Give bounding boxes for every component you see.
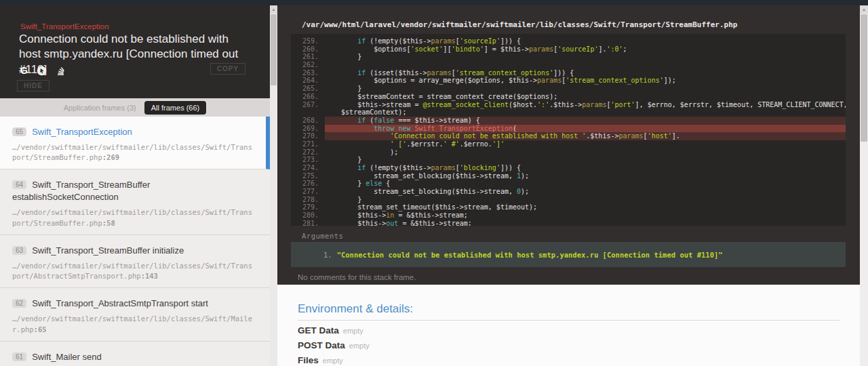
detail-label: POST Data xyxy=(298,340,345,350)
frame-comments: No comments for this stack frame. xyxy=(298,273,416,281)
frame-number-badge: 65 xyxy=(12,127,26,136)
code-line: 262. xyxy=(291,61,846,69)
code-line: 271. ' ['.$errstr.' #'.$errno.']' xyxy=(291,140,846,148)
line-number: 267. xyxy=(291,101,325,109)
line-code: 'Connection could not be established wit… xyxy=(325,132,846,140)
code-line: 277. stream_set_blocking($this->stream, … xyxy=(291,188,846,196)
line-number: 271. xyxy=(291,140,325,148)
detail-label: GET Data xyxy=(298,325,339,336)
right-scrollbar[interactable]: ▲ xyxy=(860,5,868,366)
stack-frame-item[interactable]: 61Swift_Mailer send…/vendor/laravel/fram… xyxy=(0,342,270,366)
line-code: } xyxy=(325,156,846,164)
right-scrollbar-thumb[interactable] xyxy=(861,14,867,142)
frame-header: 61Swift_Mailer send xyxy=(12,350,256,363)
frame-header: 62Swift_Transport_AbstractSmtpTransport … xyxy=(12,297,256,309)
line-code: } else { xyxy=(325,180,846,188)
tab-application-frames[interactable]: Application frames (3) xyxy=(64,104,136,112)
stack-frame-item[interactable]: 64Swift_Transport_StreamBuffer establish… xyxy=(0,169,270,235)
frame-title: Swift_Transport_AbstractSmtpTransport st… xyxy=(32,298,208,308)
line-code: stream_set_timeout($this->stream, $timeo… xyxy=(325,203,846,211)
line-code: } xyxy=(325,196,846,204)
frame-file-path: …/vendor/swiftmailer/swiftmailer/lib/cla… xyxy=(12,314,256,334)
google-search-icon[interactable]: G xyxy=(20,66,28,76)
line-code: ' ['.$errstr.' #'.$errno.']' xyxy=(325,140,846,148)
line-number: 277. xyxy=(291,188,325,196)
frames-tab-bar: Application frames (3) All frames (66) xyxy=(0,98,270,117)
line-code: stream_set_blocking($this->stream, 1); xyxy=(325,172,846,180)
left-panel: Swift_TransportException Connection coul… xyxy=(0,5,277,366)
frame-title: Swift_Transport_StreamBuffer initialize xyxy=(32,245,184,256)
code-line: 275. stream_set_blocking($this->stream, … xyxy=(291,172,846,180)
stack-frames-list: 65Swift_TransportException…/vendor/swift… xyxy=(0,117,270,366)
frame-number-badge: 63 xyxy=(12,246,26,255)
code-line: 280. $this->in = &$this->stream; xyxy=(291,211,846,220)
line-number: 269. xyxy=(291,125,325,133)
code-line: 261. } xyxy=(291,53,846,61)
frame-file-path: …/vendor/swiftmailer/swiftmailer/lib/cla… xyxy=(12,142,252,163)
line-number: 260. xyxy=(291,45,325,54)
code-line: 266. $streamContext = stream_context_cre… xyxy=(291,93,846,101)
stackoverflow-icon[interactable] xyxy=(56,66,66,76)
line-number: 265. xyxy=(291,85,325,93)
code-line: 279. stream_set_timeout($this->stream, $… xyxy=(291,203,846,211)
stack-frame-item[interactable]: 62Swift_Transport_AbstractSmtpTransport … xyxy=(0,288,270,341)
code-line: 273. } xyxy=(291,156,846,164)
environment-heading: Environment & details: xyxy=(298,302,413,316)
scroll-up-icon[interactable]: ▲ xyxy=(860,5,868,14)
line-number: 264. xyxy=(291,77,325,85)
code-line: 267. $this->stream = @stream_socket_clie… xyxy=(291,101,846,109)
divider xyxy=(298,320,840,321)
frame-header: 63Swift_Transport_StreamBuffer initializ… xyxy=(12,244,256,256)
line-code: } xyxy=(325,85,846,93)
file-path[interactable]: /var/www/html/laravel/vendor/swiftmailer… xyxy=(302,20,737,29)
line-number: 281. xyxy=(291,220,325,226)
stack-frame-item[interactable]: 65Swift_TransportException…/vendor/swift… xyxy=(0,117,270,169)
line-code: $this->stream = @stream_socket_client($h… xyxy=(325,101,846,109)
search-help-icons: G xyxy=(20,66,66,76)
line-number: 278. xyxy=(291,196,325,204)
line-code: $streamContext); xyxy=(325,108,846,117)
code-line: $streamContext); xyxy=(291,108,846,117)
code-line: 268. if (false === $this->stream) { xyxy=(291,117,846,125)
top-bar xyxy=(0,0,868,5)
line-number: 274. xyxy=(291,164,325,172)
line-number: 273. xyxy=(291,156,325,164)
frame-title: Swift_Mailer send xyxy=(32,352,102,362)
line-code: if (isset($this->params['stream_context_… xyxy=(325,69,846,77)
detail-row: GET Dataempty xyxy=(298,325,840,340)
line-code: $options = array_merge($options, $this->… xyxy=(325,77,846,85)
line-number: 275. xyxy=(291,172,325,180)
code-line: 263. if (isset($this->params['stream_con… xyxy=(291,69,846,77)
code-line: 278. } xyxy=(291,196,846,204)
frame-number-badge: 64 xyxy=(12,180,26,189)
copy-button[interactable]: COPY xyxy=(210,63,245,75)
pointer-circle-icon[interactable] xyxy=(37,66,47,76)
left-scrollbar-thumb[interactable] xyxy=(271,14,277,85)
frame-title: Swift_Transport_StreamBuffer establishSo… xyxy=(12,180,150,202)
detail-label: Files xyxy=(298,355,319,365)
line-code: throw new Swift_TransportException( xyxy=(325,125,846,133)
code-line: 274. if (!empty($this->params['blocking'… xyxy=(291,164,846,172)
line-code: $options['socket']['bindto'] = $this->pa… xyxy=(325,45,846,54)
exception-class: Swift_TransportException xyxy=(20,22,109,30)
line-number: 279. xyxy=(291,203,325,211)
detail-value: empty xyxy=(343,327,363,335)
detail-row: Filesempty xyxy=(298,355,840,366)
arguments-box: 1."Connection could not be established w… xyxy=(291,242,846,267)
line-code xyxy=(325,61,846,69)
stack-frame-item[interactable]: 63Swift_Transport_StreamBuffer initializ… xyxy=(0,235,270,288)
left-scrollbar[interactable]: ▲ xyxy=(270,5,277,366)
code-panel: /var/www/html/laravel/vendor/swiftmailer… xyxy=(277,5,860,285)
tab-all-frames[interactable]: All frames (66) xyxy=(144,101,207,115)
scroll-up-icon[interactable]: ▲ xyxy=(270,5,277,14)
code-line: 270. 'Connection could not be establishe… xyxy=(291,132,846,140)
line-number: 272. xyxy=(291,148,325,157)
frame-number-badge: 62 xyxy=(12,299,26,308)
code-line: 259. if (!empty($this->params['sourceIp'… xyxy=(291,37,846,45)
line-code: $this->out = &$this->stream; xyxy=(325,220,846,226)
hide-button[interactable]: HIDE xyxy=(17,80,50,92)
detail-value: empty xyxy=(323,357,343,365)
right-panel: /var/www/html/laravel/vendor/swiftmailer… xyxy=(277,5,860,366)
code-line: 269. throw new Swift_TransportException( xyxy=(291,125,846,133)
line-number: 262. xyxy=(291,61,325,69)
